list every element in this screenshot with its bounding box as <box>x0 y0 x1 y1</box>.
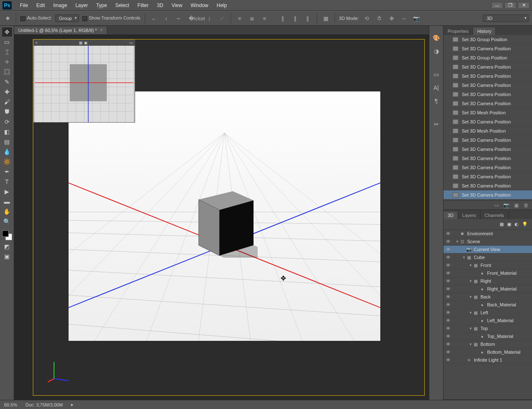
menu-file[interactable]: File <box>16 1 32 10</box>
hand-tool[interactable]: ✋ <box>2 207 12 216</box>
history-item[interactable]: Set 3D Camera Position <box>443 117 532 126</box>
visibility-icon[interactable]: 👁 <box>443 350 453 355</box>
menu-filter[interactable]: Filter <box>133 1 153 10</box>
stamp-tool[interactable]: ⛊ <box>2 107 12 116</box>
history-item[interactable]: Set 3D Group Position <box>443 35 532 44</box>
history-item[interactable]: Set 3D Group Position <box>443 53 532 62</box>
lasso-tool[interactable]: ⌶ <box>2 47 12 57</box>
marquee-tool[interactable]: ▭ <box>2 37 12 47</box>
adjustments-panel-icon[interactable]: ◑ <box>432 47 441 56</box>
scene-item[interactable]: 👁▾▦Front <box>443 261 532 269</box>
align-bottom-icon[interactable]: ⫟ <box>174 14 183 23</box>
tab-layers[interactable]: Layers <box>458 212 480 219</box>
create-snapshot-icon[interactable]: ▭ <box>493 202 500 209</box>
scene-item[interactable]: 👁▾▦Left <box>443 309 532 317</box>
menu-window[interactable]: Window <box>187 1 213 10</box>
menu-edit[interactable]: Edit <box>32 1 49 10</box>
3d-orbit-icon[interactable]: ⟲ <box>362 14 371 23</box>
gradient-tool[interactable]: ▤ <box>2 137 12 146</box>
window-minimize[interactable]: — <box>491 2 503 9</box>
distribute-right-icon[interactable]: ‖ <box>303 14 313 23</box>
cube-mesh[interactable] <box>195 200 254 258</box>
menu-select[interactable]: Select <box>111 1 133 10</box>
visibility-icon[interactable]: 👁 <box>443 302 453 307</box>
align-right-icon[interactable]: ⟋ <box>217 14 227 23</box>
history-item[interactable]: Set 3D Camera Position <box>443 163 532 172</box>
filter-scene-icon[interactable]: ▦ <box>500 222 504 227</box>
path-select-tool[interactable]: ▶ <box>2 187 12 196</box>
scene-item[interactable]: 👁●Left_Material <box>443 317 532 325</box>
history-item[interactable]: Set 3D Mesh Position <box>443 108 532 117</box>
history-list[interactable]: Set 3D Group PositionSet 3D Camera Posit… <box>443 35 532 200</box>
visibility-icon[interactable]: 👁 <box>443 263 453 268</box>
filter-mesh-icon[interactable]: ▣ <box>507 222 511 227</box>
distribute-top-icon[interactable]: ≡ <box>235 14 244 23</box>
blur-tool[interactable]: 💧 <box>2 147 12 156</box>
twisty-icon[interactable]: ▾ <box>468 279 473 283</box>
canvas-viewport[interactable]: ✥ × ▦ ▣ ▭ <box>33 39 425 396</box>
eraser-tool[interactable]: ◧ <box>2 127 12 136</box>
color-swatches[interactable] <box>1 229 13 241</box>
auto-align-icon[interactable]: ▦ <box>321 14 330 23</box>
history-item[interactable]: Set 3D Camera Position <box>443 154 532 163</box>
3d-zoom-icon[interactable]: 📷 <box>412 14 421 23</box>
render-mode-dropdown[interactable]: 3D <box>483 15 529 22</box>
scene-item[interactable]: 👁▾▦Back <box>443 293 532 301</box>
swatches-panel-icon[interactable]: 🎨 <box>432 33 441 42</box>
visibility-icon[interactable]: 👁 <box>443 239 453 244</box>
foreground-color[interactable] <box>2 230 9 237</box>
new-snapshot-icon[interactable]: 📷 <box>503 202 510 209</box>
align-left-icon[interactable]: �icket <box>192 14 202 23</box>
scene-item[interactable]: 👁▾▦Cube <box>443 254 532 261</box>
twisty-icon[interactable]: ▾ <box>468 342 473 346</box>
scene-item[interactable]: 👁☀Infinite Light 1 <box>443 356 532 364</box>
close-icon[interactable]: × <box>100 28 103 32</box>
visibility-icon[interactable]: 👁 <box>443 231 453 236</box>
brush-tool[interactable]: 🖌 <box>2 97 12 106</box>
visibility-icon[interactable]: 👁 <box>443 286 453 291</box>
tab-channels[interactable]: Channels <box>480 212 508 219</box>
visibility-icon[interactable]: 👁 <box>443 334 453 339</box>
distribute-hcenter-icon[interactable]: ‖ <box>291 14 300 23</box>
twisty-icon[interactable]: ▾ <box>468 295 473 299</box>
history-item[interactable]: Set 3D Mesh Position <box>443 126 532 136</box>
tool-presets-icon[interactable]: ✂ <box>432 120 441 129</box>
visibility-icon[interactable]: 👁 <box>443 278 453 283</box>
zoom-value[interactable]: 60.5% <box>4 402 17 407</box>
styles-panel-icon[interactable]: ▭ <box>432 70 441 79</box>
scene-item[interactable]: 👁●Top_Material <box>443 333 532 340</box>
tab-3d[interactable]: 3D <box>443 212 458 219</box>
scene-item[interactable]: 👁✱Environment <box>443 230 532 238</box>
auto-select-checkbox[interactable]: Auto-Select: <box>20 15 52 21</box>
filter-material-icon[interactable]: ◐ <box>515 222 519 227</box>
twisty-icon[interactable]: ▾ <box>455 239 459 244</box>
tab-properties[interactable]: Properties <box>443 27 473 35</box>
menu-view[interactable]: View <box>167 1 187 10</box>
window-close[interactable]: ✕ <box>518 2 530 9</box>
pen-tool[interactable]: ✒ <box>2 167 12 176</box>
history-item[interactable]: Set 3D Camera Position <box>443 99 532 108</box>
visibility-icon[interactable]: 👁 <box>443 318 453 323</box>
menu-layer[interactable]: Layer <box>71 1 92 10</box>
scene-item[interactable]: 👁▾☰Scene <box>443 238 532 246</box>
history-item[interactable]: Set 3D Camera Position <box>443 62 532 71</box>
scene-item[interactable]: 👁●Right_Material <box>443 285 532 293</box>
magic-wand-tool[interactable]: ✧ <box>2 57 12 67</box>
secondary-view-close-icon[interactable]: × <box>35 41 37 45</box>
shape-tool[interactable]: ▬ <box>2 197 12 206</box>
align-vcenter-icon[interactable]: ⫞ <box>162 14 171 23</box>
visibility-icon[interactable]: 👁 <box>443 357 453 362</box>
auto-select-dropdown[interactable]: Group <box>55 15 79 22</box>
twisty-icon[interactable]: ▾ <box>462 255 466 259</box>
history-item[interactable]: Set 3D Camera Position <box>443 136 532 145</box>
scene-tree[interactable]: 👁✱Environment👁▾☰Scene👁📷Current View👁▾▦Cu… <box>443 230 532 399</box>
healing-tool[interactable]: ✚ <box>2 87 12 96</box>
zoom-tool[interactable]: 🔍 <box>2 217 12 226</box>
quickmask-tool[interactable]: ◩ <box>2 242 12 251</box>
align-hcenter-icon[interactable]: ⟊ <box>205 14 214 23</box>
twisty-icon[interactable]: ▾ <box>468 310 473 315</box>
visibility-icon[interactable]: 👁 <box>443 326 453 331</box>
type-tool[interactable]: T <box>2 177 12 186</box>
history-item[interactable]: Set 3D Camera Position <box>443 190 532 200</box>
window-maximize[interactable]: ❐ <box>505 2 516 9</box>
